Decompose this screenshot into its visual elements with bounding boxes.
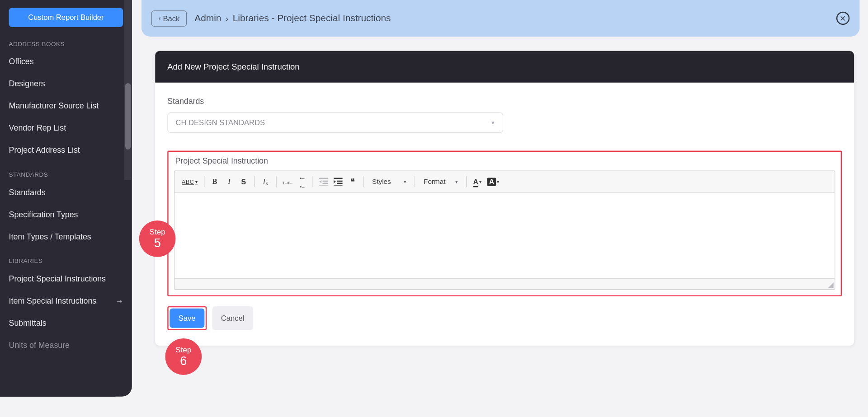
- sidebar-item-standards[interactable]: Standards: [0, 181, 132, 203]
- dropdown-caret-icon: ▾: [195, 179, 198, 184]
- sidebar-item-label: Submittals: [9, 319, 47, 328]
- sidebar-item-item-special-instructions[interactable]: Item Special Instructions →: [0, 290, 132, 312]
- chevron-left-icon: ‹: [159, 14, 161, 22]
- arrow-right-icon: →: [115, 296, 123, 305]
- toolbar-separator: [466, 176, 467, 187]
- sidebar-item-specification-types[interactable]: Specification Types: [0, 203, 132, 225]
- numbered-list-button[interactable]: [281, 176, 294, 188]
- styles-select[interactable]: Styles▾: [368, 176, 410, 187]
- sidebar-item-project-special-instructions[interactable]: Project Special Instructions: [0, 267, 132, 290]
- background-color-button[interactable]: A▾: [486, 176, 501, 188]
- bulleted-list-button[interactable]: [296, 176, 308, 188]
- close-button[interactable]: ✕: [836, 12, 849, 25]
- step-badge-number: 6: [180, 354, 187, 368]
- outdent-icon: [320, 178, 329, 186]
- editor-footer: [175, 278, 835, 289]
- sidebar-item-submittals[interactable]: Submittals: [0, 312, 132, 334]
- toolbar-separator: [254, 176, 255, 187]
- sidebar: Custom Report Builder ADDRESS BOOKS Offi…: [0, 0, 132, 397]
- sidebar-item-label: Item Types / Templates: [9, 232, 91, 241]
- text-color-icon: A: [473, 178, 478, 186]
- format-select-label: Format: [424, 178, 446, 186]
- sidebar-item-label: Project Special Instructions: [9, 274, 106, 283]
- sidebar-scrollbar-track[interactable]: [124, 0, 132, 180]
- custom-report-builder-button[interactable]: Custom Report Builder: [9, 8, 123, 27]
- step-badge-number: 5: [154, 236, 161, 250]
- sidebar-item-label: Item Special Instructions: [9, 296, 97, 305]
- close-icon: ✕: [840, 14, 846, 23]
- toolbar-separator: [276, 176, 276, 187]
- spellcheck-button[interactable]: ABC▾: [180, 176, 199, 188]
- save-button[interactable]: Save: [170, 309, 204, 328]
- step-badge-label: Step: [175, 345, 191, 354]
- numbered-list-icon: [283, 178, 292, 186]
- text-color-button[interactable]: A▾: [471, 176, 483, 188]
- spellcheck-label: ABC: [182, 178, 194, 184]
- bulleted-list-icon: [300, 173, 305, 190]
- strikethrough-button[interactable]: S: [237, 176, 250, 188]
- sidebar-item-offices[interactable]: Offices: [0, 51, 132, 73]
- indent-button[interactable]: [332, 176, 344, 188]
- sidebar-section-address-books: ADDRESS BOOKS: [0, 37, 132, 50]
- blockquote-button[interactable]: ❝: [347, 176, 359, 188]
- editor-highlight-box: Project Special Instruction ABC▾ B I S I: [167, 150, 842, 296]
- toolbar-separator: [415, 176, 415, 187]
- indent-icon: [334, 178, 343, 186]
- editor-label: Project Special Instruction: [175, 156, 835, 165]
- sidebar-section-libraries: LIBRARIES: [0, 254, 132, 267]
- sidebar-section-standards: STANDARDS: [0, 168, 132, 181]
- sidebar-item-vendor-rep-list[interactable]: Vendor Rep List: [0, 117, 132, 139]
- step-badge-label: Step: [149, 227, 165, 236]
- sidebar-item-label: Designers: [9, 79, 45, 88]
- italic-button[interactable]: I: [223, 176, 236, 188]
- dropdown-caret-icon: ▾: [404, 179, 406, 184]
- sidebar-item-label: Units of Measure: [9, 341, 70, 350]
- back-button[interactable]: ‹ Back: [151, 10, 187, 27]
- cancel-button[interactable]: Cancel: [212, 306, 253, 330]
- chevron-down-icon: ▾: [491, 119, 495, 127]
- standards-select-value: CH DESIGN STANDARDS: [176, 118, 265, 127]
- remove-format-button[interactable]: I: [259, 176, 271, 188]
- sidebar-item-label: Standards: [9, 188, 46, 197]
- step-badge-5: Step 5: [139, 220, 176, 257]
- main-card: Add New Project Special Instruction Stan…: [155, 51, 854, 346]
- sidebar-item-manufacturer-source-list[interactable]: Manufacturer Source List: [0, 95, 132, 117]
- dropdown-caret-icon: ▾: [497, 179, 499, 184]
- dropdown-caret-icon: ▾: [455, 179, 458, 184]
- step-badge-6: Step 6: [165, 338, 202, 375]
- topbar: ‹ Back Admin › Libraries - Project Speci…: [142, 0, 860, 37]
- background-color-icon: A: [487, 178, 496, 186]
- sidebar-item-label: Offices: [9, 57, 34, 66]
- standards-label: Standards: [167, 97, 842, 106]
- sidebar-scrollbar-thumb[interactable]: [125, 83, 131, 150]
- editor-toolbar: ABC▾ B I S I ❝: [175, 171, 835, 193]
- sidebar-item-label: Specification Types: [9, 210, 78, 219]
- sidebar-item-label: Vendor Rep List: [9, 123, 66, 132]
- sidebar-item-item-types-templates[interactable]: Item Types / Templates: [0, 225, 132, 248]
- format-select[interactable]: Format▾: [420, 176, 462, 187]
- toolbar-separator: [313, 176, 313, 187]
- standards-select[interactable]: CH DESIGN STANDARDS ▾: [167, 112, 503, 133]
- editor-content-area[interactable]: [175, 193, 835, 278]
- dropdown-caret-icon: ▾: [479, 179, 481, 184]
- back-button-label: Back: [163, 14, 179, 22]
- outdent-button[interactable]: [318, 176, 330, 188]
- breadcrumb-current: Libraries - Project Special Instructions: [233, 13, 391, 24]
- sidebar-item-designers[interactable]: Designers: [0, 73, 132, 95]
- resize-handle[interactable]: [828, 282, 833, 288]
- sidebar-item-label: Manufacturer Source List: [9, 101, 99, 110]
- rich-text-editor: ABC▾ B I S I ❝: [174, 171, 835, 290]
- form-actions: Save Cancel: [167, 306, 842, 330]
- breadcrumb-admin[interactable]: Admin: [194, 13, 221, 24]
- sidebar-item-label: Project Address List: [9, 145, 80, 155]
- styles-select-label: Styles: [372, 178, 391, 186]
- chevron-right-icon: ›: [226, 14, 228, 23]
- toolbar-separator: [363, 176, 363, 187]
- sidebar-item-project-address-list[interactable]: Project Address List: [0, 139, 132, 161]
- toolbar-separator: [204, 176, 204, 187]
- breadcrumb: Admin › Libraries - Project Special Inst…: [194, 13, 391, 24]
- bold-button[interactable]: B: [209, 176, 221, 188]
- sidebar-item-units-of-measure[interactable]: Units of Measure: [0, 334, 132, 356]
- save-highlight-box: Save: [167, 306, 207, 330]
- card-title: Add New Project Special Instruction: [155, 51, 854, 83]
